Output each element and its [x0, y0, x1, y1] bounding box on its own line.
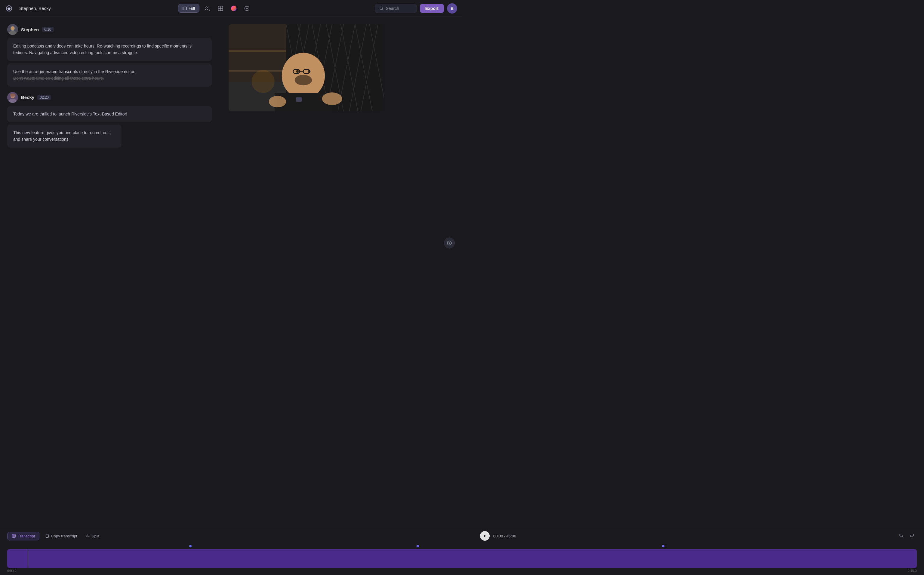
- full-view-label: Full: [189, 6, 195, 11]
- becky-avatar-img: [7, 92, 18, 103]
- speaker-block-stephen: Stephen 0:10 Editing podcasts and videos…: [7, 24, 221, 87]
- speaker-avatar-becky: [7, 92, 18, 103]
- becky-text-1: Today we are thrilled to launch Riversid…: [13, 111, 127, 116]
- video-container: [229, 24, 384, 111]
- search-box[interactable]: Search: [375, 4, 417, 13]
- user-initial: B: [451, 6, 454, 11]
- add-icon: [244, 5, 250, 11]
- svg-point-46: [308, 70, 311, 73]
- svg-point-53: [269, 96, 286, 107]
- svg-point-21: [10, 94, 15, 97]
- topbar-center-controls: Full: [59, 3, 371, 14]
- layout-icon: [218, 5, 224, 11]
- svg-text:?: ?: [448, 242, 450, 245]
- svg-rect-1: [183, 7, 184, 10]
- stephen-name: Stephen: [21, 27, 39, 32]
- stephen-text-1: Editing podcasts and videos can take hou…: [13, 44, 192, 55]
- video-frame: [229, 24, 384, 111]
- add-button[interactable]: [241, 3, 252, 14]
- app-logo-icon: [5, 4, 13, 13]
- speaker-header-stephen: Stephen 0:10: [7, 24, 221, 35]
- becky-bubble-1[interactable]: Today we are thrilled to launch Riversid…: [7, 106, 212, 122]
- transcript-panel: Stephen 0:10 Editing podcasts and videos…: [0, 17, 229, 288]
- stephen-bubble-1[interactable]: Editing podcasts and videos can take hou…: [7, 38, 212, 61]
- speaker-avatar-stephen: [7, 24, 18, 35]
- stephen-strikethrough-text: Don't waste time on editing all those ex…: [13, 76, 104, 81]
- svg-point-7: [231, 5, 237, 11]
- session-title: Stephen, Becky: [19, 6, 51, 11]
- becky-bubble-2[interactable]: This new feature gives you one place to …: [7, 124, 122, 148]
- stephen-avatar-img: [7, 24, 18, 35]
- svg-rect-52: [296, 97, 302, 102]
- svg-point-2: [206, 6, 207, 8]
- brand-button[interactable]: [228, 3, 239, 14]
- help-button[interactable]: ?: [444, 238, 455, 248]
- full-view-button[interactable]: Full: [178, 4, 199, 13]
- search-label: Search: [386, 6, 399, 11]
- speakers-icon: [204, 5, 210, 11]
- svg-point-3: [208, 6, 209, 8]
- export-button[interactable]: Export: [420, 4, 444, 13]
- svg-point-45: [296, 70, 299, 73]
- becky-time: 02:20: [37, 95, 51, 100]
- svg-line-12: [382, 9, 383, 10]
- brand-icon: [230, 5, 237, 12]
- svg-rect-41: [229, 70, 286, 72]
- main-area: Stephen 0:10 Editing podcasts and videos…: [0, 17, 462, 288]
- svg-rect-17: [11, 30, 14, 31]
- stephen-time: 0:10: [42, 27, 54, 32]
- svg-point-54: [322, 92, 342, 105]
- help-icon: ?: [447, 241, 452, 245]
- full-view-icon: [183, 6, 187, 11]
- stephen-bubble-2[interactable]: Use the auto-generated transcripts direc…: [7, 64, 212, 87]
- topbar: Stephen, Becky Full: [0, 0, 462, 17]
- svg-point-42: [251, 70, 274, 93]
- logo-area[interactable]: [5, 4, 13, 13]
- becky-name: Becky: [21, 95, 34, 100]
- export-label: Export: [425, 6, 438, 11]
- svg-point-50: [295, 75, 312, 85]
- search-icon: [379, 6, 384, 11]
- svg-point-16: [11, 27, 14, 30]
- layout-button[interactable]: [215, 3, 226, 14]
- speakers-button[interactable]: [202, 3, 213, 14]
- stephen-text-2: Use the auto-generated transcripts direc…: [13, 69, 135, 74]
- topbar-right-controls: Search Export B: [375, 3, 457, 14]
- user-avatar[interactable]: B: [447, 3, 457, 14]
- speaker-block-becky: Becky 02:20 Today we are thrilled to lau…: [7, 92, 221, 148]
- becky-text-2: This new feature gives you one place to …: [13, 130, 111, 141]
- svg-rect-40: [229, 50, 286, 52]
- video-panel: [229, 17, 391, 288]
- speaker-header-becky: Becky 02:20: [7, 92, 221, 103]
